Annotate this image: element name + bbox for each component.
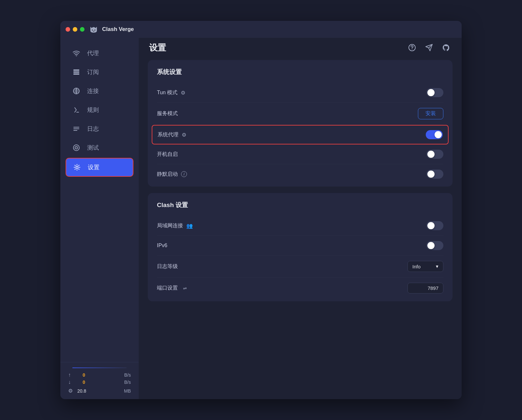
logs-icon [72, 125, 81, 133]
network-icon: 👥 [186, 223, 193, 229]
svg-rect-5 [73, 73, 79, 75]
upload-unit: B/s [124, 372, 131, 378]
speed-stats: ↑ 0 B/s ↓ 0 B/s ⚙ 20.8 MB [66, 372, 133, 394]
ipv6-toggle[interactable] [426, 241, 443, 250]
content-body: 系统设置 Tun 模式 ⚙ 服务模式 安装 [139, 57, 462, 399]
sidebar-item-proxy[interactable]: 代理 [66, 44, 133, 62]
app-title: Clash Verge [102, 26, 134, 33]
sidebar-label-subscriptions: 订阅 [87, 68, 99, 76]
content-header: 设置 [139, 38, 462, 57]
titlebar: Clash Verge [60, 21, 462, 38]
globe-icon [72, 87, 81, 95]
system-proxy-label: 系统代理 ⚙ [158, 131, 186, 138]
ipv6-label: IPv6 [157, 243, 167, 248]
log-level-dropdown[interactable]: Info ▾ [407, 261, 443, 272]
tun-mode-gear-icon[interactable]: ⚙ [181, 90, 185, 96]
tun-mode-label: Tun 模式 ⚙ [157, 89, 185, 96]
memory-value: 20.8 [77, 388, 86, 394]
svg-point-10 [76, 166, 78, 169]
silent-start-label: 静默启动 i [157, 171, 187, 178]
chevron-down-icon: ▾ [436, 263, 438, 269]
sidebar-item-connections[interactable]: 连接 [66, 82, 133, 100]
lan-connect-label: 局域网连接 👥 [157, 222, 193, 229]
gear-icon [73, 163, 81, 172]
minimize-button[interactable] [73, 27, 77, 32]
sidebar-item-test[interactable]: 测试 [66, 139, 133, 157]
page-title: 设置 [149, 42, 166, 53]
silent-start-toggle[interactable] [426, 170, 443, 179]
github-icon[interactable] [441, 42, 451, 53]
sidebar-item-rules[interactable]: 规则 [66, 101, 133, 119]
lan-connect-row: 局域网连接 👥 [157, 216, 443, 236]
app-logo [88, 24, 99, 35]
silent-start-row: 静默启动 i [157, 164, 443, 179]
auto-start-row: 开机自启 [157, 144, 443, 164]
svg-point-9 [76, 147, 77, 148]
svg-rect-4 [73, 71, 79, 73]
log-level-label: 日志等级 [157, 263, 178, 270]
system-proxy-text: 系统代理 [158, 131, 178, 138]
upload-arrow-icon: ↑ [68, 372, 75, 378]
upload-row: ↑ 0 B/s [68, 372, 131, 378]
download-row: ↓ 0 B/s [68, 379, 131, 385]
maximize-button[interactable] [80, 27, 84, 32]
download-unit: B/s [124, 380, 131, 385]
rules-icon [72, 106, 81, 114]
download-arrow-icon: ↓ [68, 379, 75, 385]
memory-icon: ⚙ [68, 388, 75, 394]
memory-unit: MB [124, 388, 131, 394]
auto-start-toggle[interactable] [426, 150, 443, 159]
service-mode-text: 服务模式 [157, 110, 178, 117]
sidebar-label-settings: 设置 [88, 163, 100, 171]
svg-point-2 [76, 55, 77, 56]
service-mode-label: 服务模式 [157, 110, 178, 117]
shuffle-icon: ⇌ [183, 286, 187, 291]
wifi-icon [72, 49, 81, 57]
tun-mode-toggle[interactable] [426, 88, 443, 97]
silent-start-info-icon: i [181, 171, 187, 177]
header-actions [407, 42, 451, 53]
tun-mode-text: Tun 模式 [157, 89, 177, 96]
subscriptions-icon [72, 68, 81, 76]
lan-connect-toggle[interactable] [426, 221, 443, 230]
system-proxy-toggle[interactable] [426, 130, 443, 139]
system-proxy-gear-icon[interactable]: ⚙ [182, 132, 186, 138]
port-settings-row: 端口设置 ⇌ 7897 [157, 278, 443, 293]
ipv6-text: IPv6 [157, 243, 167, 248]
silent-start-text: 静默启动 [157, 171, 178, 178]
log-level-text: 日志等级 [157, 263, 178, 270]
install-button[interactable]: 安装 [418, 108, 443, 119]
sidebar-label-test: 测试 [87, 144, 99, 152]
system-settings-card: 系统设置 Tun 模式 ⚙ 服务模式 安装 [148, 60, 453, 187]
sidebar-label-proxy: 代理 [87, 49, 99, 57]
sidebar-item-subscriptions[interactable]: 订阅 [66, 63, 133, 81]
download-value: 0 [77, 380, 85, 385]
main-window: Clash Verge 代理 [60, 21, 462, 399]
sidebar-item-logs[interactable]: 日志 [66, 120, 133, 138]
ipv6-row: IPv6 [157, 236, 443, 256]
close-button[interactable] [66, 27, 70, 32]
port-settings-text: 端口设置 [157, 285, 178, 292]
system-proxy-row: 系统代理 ⚙ [152, 125, 449, 144]
sidebar-item-settings[interactable]: 设置 [66, 158, 133, 177]
main-layout: 代理 订阅 [60, 38, 462, 399]
service-mode-row: 服务模式 安装 [157, 103, 443, 125]
svg-point-12 [412, 49, 412, 50]
svg-rect-3 [73, 69, 79, 71]
send-icon[interactable] [424, 42, 434, 53]
svg-point-0 [92, 30, 93, 31]
auto-start-label: 开机自启 [157, 151, 178, 158]
lan-connect-text: 局域网连接 [157, 222, 183, 229]
svg-point-1 [95, 30, 96, 31]
sidebar-footer: ↑ 0 B/s ↓ 0 B/s ⚙ 20.8 MB [60, 362, 139, 399]
sidebar-label-rules: 规则 [87, 106, 99, 114]
help-icon[interactable] [407, 42, 417, 53]
auto-start-text: 开机自启 [157, 151, 178, 158]
speed-divider [72, 368, 127, 368]
content-area: 设置 [139, 38, 462, 399]
upload-value: 0 [77, 372, 85, 378]
tun-mode-row: Tun 模式 ⚙ [157, 83, 443, 103]
port-settings-label: 端口设置 ⇌ [157, 285, 187, 292]
traffic-lights [66, 27, 84, 32]
port-input[interactable]: 7897 [407, 283, 443, 293]
